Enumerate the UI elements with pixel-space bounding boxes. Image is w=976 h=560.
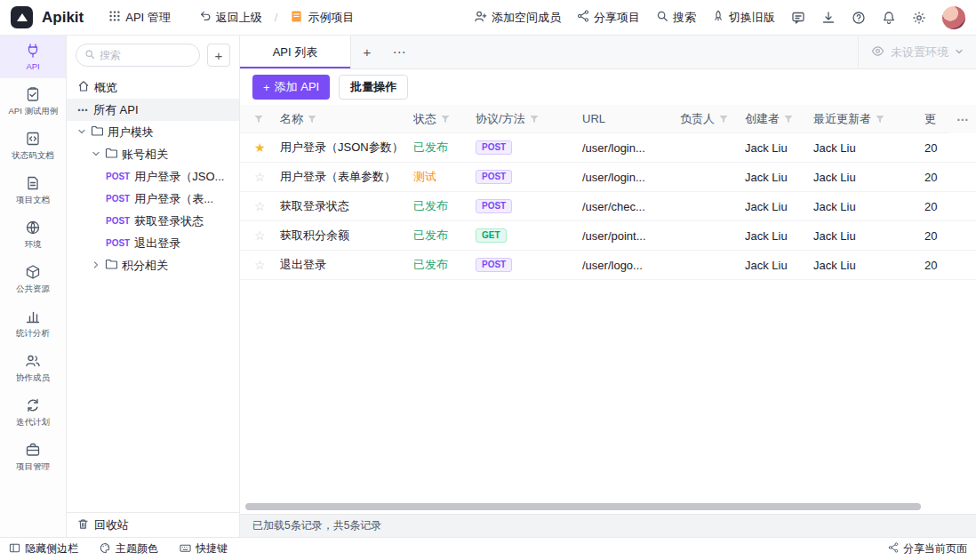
- column-header-name[interactable]: 名称: [280, 111, 413, 127]
- filter-funnel-icon[interactable]: [441, 115, 450, 124]
- add-space-member-button[interactable]: 添加空间成员: [474, 10, 561, 26]
- creator-cell: Jack Liu: [745, 171, 788, 184]
- switch-old-version-button[interactable]: 切换旧版: [712, 10, 775, 26]
- column-header-updater[interactable]: 最近更新者: [813, 111, 924, 127]
- breadcrumb-project[interactable]: 示例项目: [290, 10, 354, 26]
- hide-sidebar-button[interactable]: 隐藏侧边栏: [9, 541, 78, 556]
- add-member-icon: [474, 10, 487, 26]
- project-book-icon: [290, 10, 303, 26]
- star-icon[interactable]: ☆: [254, 228, 266, 243]
- column-header-method[interactable]: 协议/方法: [476, 111, 582, 127]
- table-row[interactable]: ☆ 用户登录（表单参数） 测试 POST /user/login... Jack…: [240, 163, 976, 192]
- document-icon: [25, 175, 41, 191]
- star-icon[interactable]: ☆: [254, 170, 266, 184]
- tab-api-list[interactable]: API 列表: [240, 36, 351, 68]
- updater-cell: Jack Liu: [813, 171, 856, 184]
- chevron-right-icon: [92, 259, 100, 272]
- sidebar-item-project-management[interactable]: 项目管理: [0, 436, 66, 478]
- table-row[interactable]: ☆ 退出登录 已发布 POST /user/logo... Jack Liu J…: [240, 251, 976, 280]
- notifications-bell-icon[interactable]: [882, 11, 896, 25]
- iteration-cycle-icon: [25, 397, 41, 413]
- api-table: 名称 状态 协议/方法 URL 负责人: [240, 105, 976, 280]
- star-icon[interactable]: ☆: [254, 258, 266, 272]
- module-sidebar: API API 测试用例 状态码文档 项目文档 环境 公共资源: [0, 36, 67, 537]
- tree-api-item[interactable]: POST 用户登录（JSO...: [67, 165, 239, 188]
- horizontal-scrollbar[interactable]: [245, 503, 921, 510]
- sidebar-item-collaborators[interactable]: 协作成员: [0, 347, 66, 389]
- settings-gear-icon[interactable]: [912, 11, 926, 25]
- column-header-owner[interactable]: 负责人: [680, 111, 745, 127]
- theme-color-button[interactable]: 主题颜色: [100, 541, 158, 556]
- tree-item-overview[interactable]: 概览: [67, 76, 239, 99]
- apikit-logo-icon[interactable]: [11, 6, 33, 28]
- tree-folder-points[interactable]: 积分相关: [67, 254, 239, 276]
- tab-bar: API 列表 + ⋯ 未设置环境: [240, 36, 976, 69]
- column-settings-button[interactable]: ⋯: [949, 105, 976, 133]
- sidebar-item-api[interactable]: API: [0, 36, 66, 78]
- sidebar-item-environment[interactable]: 环境: [0, 213, 66, 256]
- method-badge: POST: [476, 199, 512, 213]
- sidebar-item-project-docs[interactable]: 项目文档: [0, 169, 66, 212]
- add-node-button[interactable]: +: [207, 44, 230, 67]
- download-icon[interactable]: [821, 11, 836, 25]
- add-api-button[interactable]: + 添加 API: [252, 75, 330, 100]
- tree-folder-user-module[interactable]: 用户模块: [67, 121, 239, 143]
- api-url: /user/login...: [582, 141, 645, 155]
- back-to-parent-button[interactable]: 返回上级: [199, 10, 262, 26]
- filter-funnel-icon[interactable]: [308, 115, 316, 124]
- creator-cell: Jack Liu: [745, 259, 788, 272]
- tab-more-button[interactable]: ⋯: [383, 36, 415, 68]
- feedback-icon[interactable]: [791, 11, 805, 25]
- filter-funnel-icon[interactable]: [530, 115, 539, 124]
- filter-funnel-icon[interactable]: [254, 115, 263, 124]
- tree-search-input[interactable]: [100, 49, 191, 61]
- back-icon: [199, 10, 212, 25]
- sidebar-item-public-resources[interactable]: 公共资源: [0, 258, 66, 300]
- share-current-page-button[interactable]: 分享当前页面: [888, 541, 967, 556]
- help-icon[interactable]: [852, 11, 866, 25]
- env-selector[interactable]: 未设置环境: [858, 36, 976, 68]
- sidebar-item-api-test-cases[interactable]: API 测试用例: [0, 80, 66, 123]
- api-name[interactable]: 获取积分余额: [280, 228, 349, 244]
- updated-cell: 20: [924, 200, 937, 213]
- api-name[interactable]: 退出登录: [280, 257, 326, 273]
- user-avatar[interactable]: [942, 6, 965, 29]
- add-tab-button[interactable]: +: [351, 36, 383, 68]
- star-icon-filled[interactable]: ★: [254, 140, 266, 155]
- filter-funnel-icon[interactable]: [784, 115, 793, 124]
- filter-funnel-icon[interactable]: [719, 115, 728, 124]
- sidebar-item-iteration-plan[interactable]: 迭代计划: [0, 391, 66, 434]
- method-badge: POST: [476, 140, 512, 155]
- sidebar-item-statistics[interactable]: 统计分析: [0, 302, 66, 345]
- global-search-button[interactable]: 搜索: [656, 10, 696, 26]
- recycle-bin-button[interactable]: 回收站: [67, 512, 239, 537]
- search-icon: [656, 10, 668, 25]
- column-header-url[interactable]: URL: [582, 112, 680, 125]
- tree-api-item[interactable]: POST 用户登录（表...: [67, 188, 239, 210]
- api-name[interactable]: 用户登录（表单参数）: [280, 169, 396, 185]
- main-content: API 列表 + ⋯ 未设置环境 + 添加 API 批量操作: [240, 36, 976, 537]
- column-header-creator[interactable]: 创建者: [745, 111, 813, 127]
- share-project-button[interactable]: 分享项目: [577, 10, 640, 26]
- sidebar-item-status-code-docs[interactable]: 状态码文档: [0, 124, 66, 167]
- shortcut-keys-button[interactable]: 快捷键: [180, 541, 228, 556]
- tree-api-item[interactable]: POST 退出登录: [67, 232, 239, 254]
- eye-icon: [871, 44, 884, 60]
- column-header-status[interactable]: 状态: [413, 111, 476, 127]
- column-header-star[interactable]: [240, 115, 280, 124]
- table-row[interactable]: ☆ 获取登录状态 已发布 POST /user/chec... Jack Liu…: [240, 192, 976, 221]
- updater-cell: Jack Liu: [813, 259, 856, 272]
- tree-folder-account[interactable]: 账号相关: [67, 143, 239, 165]
- filter-funnel-icon[interactable]: [876, 115, 884, 124]
- chevron-down-icon: [955, 45, 964, 59]
- api-name[interactable]: 用户登录（JSON参数）: [280, 140, 404, 156]
- folder-icon: [105, 147, 117, 162]
- tree-api-item[interactable]: POST 获取登录状态: [67, 210, 239, 232]
- table-row[interactable]: ☆ 获取积分余额 已发布 GET /user/point... Jack Liu…: [240, 221, 976, 251]
- star-icon[interactable]: ☆: [254, 199, 266, 213]
- table-row[interactable]: ★ 用户登录（JSON参数） 已发布 POST /user/login... J…: [240, 133, 976, 163]
- tree-item-all-api[interactable]: ⋯ 所有 API: [67, 99, 239, 121]
- api-name[interactable]: 获取登录状态: [280, 198, 349, 214]
- batch-operations-button[interactable]: 批量操作: [339, 75, 408, 100]
- api-manage-menu[interactable]: API 管理: [108, 10, 171, 26]
